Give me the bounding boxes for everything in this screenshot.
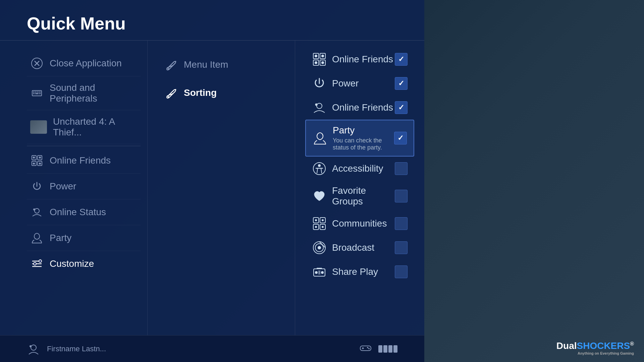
checkbox-party[interactable] bbox=[394, 132, 407, 144]
item-label: Favorite Groups bbox=[332, 185, 395, 207]
quick-menu-panel: Quick Menu Close Application bbox=[0, 0, 424, 362]
svg-point-63 bbox=[367, 347, 368, 348]
svg-point-17 bbox=[33, 163, 35, 165]
party-icon bbox=[313, 131, 327, 145]
sidebar-item-label: Party bbox=[50, 233, 71, 243]
sidebar-item-power[interactable]: Power bbox=[27, 174, 141, 199]
item-text: Power bbox=[332, 78, 395, 89]
right-item-online-friends-2[interactable]: Online Friends bbox=[305, 96, 414, 120]
checkbox-broadcast[interactable] bbox=[395, 241, 408, 254]
item-label: Online Friends bbox=[332, 54, 395, 65]
close-icon bbox=[30, 57, 44, 70]
heart-icon bbox=[312, 189, 327, 203]
svg-point-39 bbox=[318, 164, 321, 167]
svg-point-19 bbox=[35, 208, 39, 213]
panel-content: Close Application Sound and Perip bbox=[0, 41, 424, 362]
svg-point-47 bbox=[322, 226, 324, 228]
battery-icon bbox=[378, 345, 397, 353]
svg-rect-4 bbox=[33, 92, 35, 93]
svg-point-33 bbox=[321, 55, 324, 57]
logo-registered: ® bbox=[630, 341, 634, 347]
friends-icon bbox=[30, 154, 44, 167]
svg-point-16 bbox=[39, 157, 41, 159]
game-thumbnail bbox=[30, 120, 47, 134]
item-label: Share Play bbox=[332, 266, 395, 277]
status-icon bbox=[30, 205, 44, 219]
item-text: Accessibility bbox=[332, 163, 395, 174]
item-label: Communities bbox=[332, 218, 395, 229]
item-text: Favorite Groups bbox=[332, 185, 395, 207]
svg-point-20 bbox=[33, 208, 35, 210]
middle-item-sorting[interactable]: Sorting bbox=[161, 79, 288, 107]
middle-item-menu-item[interactable]: Menu Item bbox=[161, 51, 288, 79]
svg-point-46 bbox=[315, 226, 317, 228]
middle-item-label: Menu Item bbox=[184, 59, 228, 70]
checkbox-share-play[interactable] bbox=[395, 265, 408, 278]
item-text: Communities bbox=[332, 218, 395, 229]
svg-rect-6 bbox=[37, 92, 39, 93]
right-item-accessibility[interactable]: Accessibility bbox=[305, 157, 414, 181]
right-item-favorite-groups[interactable]: Favorite Groups bbox=[305, 181, 414, 212]
svg-point-15 bbox=[33, 157, 35, 159]
checkbox-online-friends-2[interactable] bbox=[395, 101, 408, 114]
dualshockers-logo: DualSHOCKERS® Anything on Everything Gam… bbox=[556, 341, 634, 355]
panel-header: Quick Menu bbox=[0, 0, 424, 41]
sidebar-item-customize[interactable]: Customize bbox=[27, 251, 141, 277]
sidebar-item-online-status[interactable]: Online Status bbox=[27, 199, 141, 225]
svg-point-58 bbox=[31, 345, 36, 350]
item-text: Broadcast bbox=[332, 242, 395, 253]
item-label: Online Friends bbox=[332, 102, 395, 113]
svg-point-53 bbox=[315, 271, 318, 274]
broadcast-icon bbox=[312, 240, 327, 255]
wrench-icon bbox=[164, 58, 178, 71]
sidebar-item-party[interactable]: Party bbox=[27, 225, 141, 251]
svg-point-34 bbox=[315, 61, 317, 64]
svg-point-24 bbox=[39, 260, 42, 262]
item-label: Party bbox=[333, 125, 394, 136]
right-item-power[interactable]: Power bbox=[305, 71, 414, 96]
panel-title: Quick Menu bbox=[27, 13, 397, 34]
customize-icon bbox=[30, 257, 44, 270]
friends-icon bbox=[312, 52, 327, 67]
item-text: Online Friends bbox=[332, 102, 395, 113]
accessibility-icon bbox=[312, 161, 327, 176]
middle-item-label: Sorting bbox=[184, 87, 217, 98]
sidebar-item-close-application[interactable]: Close Application bbox=[27, 51, 141, 76]
right-item-share-play[interactable]: Share Play bbox=[305, 260, 414, 284]
svg-point-32 bbox=[315, 55, 317, 57]
sidebar-item-label: Uncharted 4: A Thief... bbox=[53, 116, 137, 138]
checkbox-power[interactable] bbox=[395, 77, 408, 90]
svg-rect-10 bbox=[39, 93, 41, 94]
communities-icon bbox=[312, 216, 327, 231]
checkbox-favorite-groups[interactable] bbox=[395, 190, 408, 202]
sidebar-item-label: Close Application bbox=[50, 58, 122, 69]
svg-point-25 bbox=[34, 262, 36, 265]
svg-point-44 bbox=[315, 219, 317, 221]
user-avatar-icon bbox=[27, 342, 40, 356]
svg-point-64 bbox=[368, 348, 370, 349]
status-icon bbox=[312, 100, 327, 115]
svg-point-54 bbox=[321, 271, 324, 274]
sidebar-item-online-friends[interactable]: Online Friends bbox=[27, 148, 141, 174]
svg-point-27 bbox=[168, 96, 169, 98]
sidebar-item-sound[interactable]: Sound and Peripherals bbox=[27, 76, 141, 110]
checkbox-online-friends-1[interactable] bbox=[395, 53, 408, 66]
sorting-icon bbox=[164, 86, 178, 100]
sidebar-item-game[interactable]: Uncharted 4: A Thief... bbox=[27, 110, 141, 144]
sidebar-item-label: Power bbox=[50, 181, 76, 192]
right-item-online-friends-1[interactable]: Online Friends bbox=[305, 47, 414, 71]
svg-rect-7 bbox=[39, 92, 41, 93]
item-sublabel: You can check the status of the party. bbox=[333, 137, 394, 151]
right-item-party[interactable]: Party You can check the status of the pa… bbox=[305, 120, 414, 157]
shareplay-icon bbox=[312, 264, 327, 279]
svg-point-18 bbox=[39, 163, 41, 165]
checkbox-accessibility[interactable] bbox=[395, 162, 408, 175]
right-item-communities[interactable]: Communities bbox=[305, 212, 414, 236]
svg-point-26 bbox=[168, 68, 169, 69]
svg-point-35 bbox=[321, 61, 324, 64]
checkbox-communities[interactable] bbox=[395, 217, 408, 230]
item-text: Party You can check the status of the pa… bbox=[333, 125, 394, 151]
right-item-broadcast[interactable]: Broadcast bbox=[305, 236, 414, 260]
svg-point-37 bbox=[315, 104, 318, 106]
bottom-bar: Firstname Lastn... bbox=[0, 335, 424, 362]
